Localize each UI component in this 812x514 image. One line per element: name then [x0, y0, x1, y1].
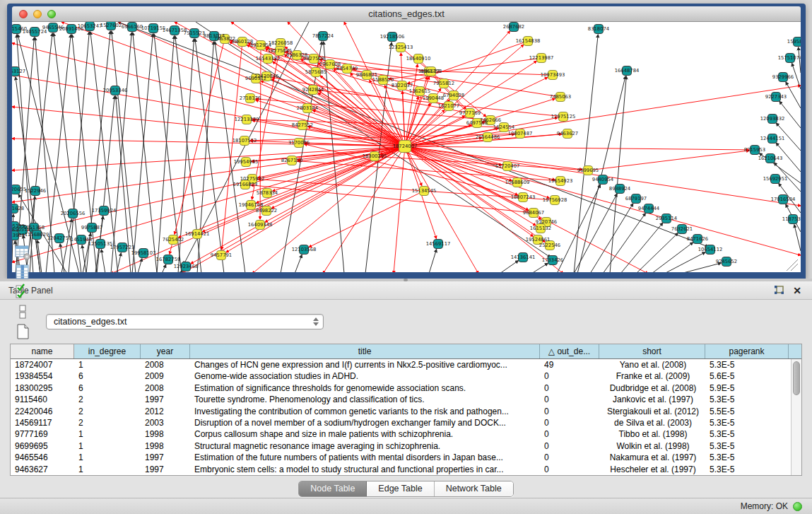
graph-node-label: 16543382 — [256, 56, 281, 62]
table-cell: 9465546 — [11, 452, 74, 463]
column-header-title[interactable]: title — [190, 344, 540, 358]
table-cell: 5.3E-5 — [705, 464, 789, 475]
table-cell: 5.3E-5 — [705, 440, 789, 452]
close-panel-icon[interactable]: ✕ — [791, 284, 804, 297]
table-row[interactable]: 969969511998Structural magnetic resonanc… — [11, 440, 801, 452]
graph-node-label: 9463627 — [557, 131, 578, 136]
graph-node-label: 12103568 — [292, 247, 317, 252]
network-window-titlebar[interactable]: citations_edges.txt — [12, 6, 801, 22]
column-header-out_de[interactable]: △ out_de... — [540, 344, 599, 358]
table-cell: 2012 — [141, 406, 190, 417]
column-header-in_degree[interactable]: in_degree — [74, 344, 141, 358]
table-cell: 9115460 — [11, 394, 74, 405]
show-columns-icon[interactable] — [13, 262, 33, 282]
table-cell: 1 — [74, 464, 141, 475]
graph-node-label: 8267150 — [281, 158, 302, 163]
graph-node-label: 2053127 — [12, 69, 25, 74]
graph-node-label: 15720407 — [495, 163, 520, 169]
table-cell: 0 — [540, 382, 599, 394]
scrollbar-thumb[interactable] — [793, 361, 800, 395]
graph-node-label: 16154838 — [516, 38, 541, 44]
graph-node-label: 5878334 — [257, 190, 278, 196]
graph-node-label: 6794028 — [443, 93, 464, 98]
graph-node-label: 9846821 — [356, 72, 377, 78]
graph-node-label: 19166823 — [233, 182, 258, 187]
table-cell: 19384554 — [11, 370, 74, 382]
table-row[interactable]: 911546021997Tourette syndrome. Phenomeno… — [11, 394, 801, 405]
graph-node-label: 8498222 — [256, 208, 277, 214]
graph-node-label: 2803144 — [297, 105, 318, 111]
table-body: 1872400712008Changes of HCN gene express… — [11, 359, 801, 475]
table-selector-value: citations_edges.txt — [54, 317, 311, 327]
table-cell: 49 — [540, 359, 599, 370]
table-cell: Jankovic et al. (1997) — [599, 394, 705, 405]
minimize-window-button[interactable] — [33, 10, 42, 18]
table-cell: Nakamura et al. (1997) — [599, 452, 705, 463]
graph-node-label: 1187531 — [782, 216, 801, 222]
graph-node-label: 9227343 — [765, 94, 787, 100]
table-row[interactable]: 946362711997Embryonic stem cells: a mode… — [11, 464, 801, 475]
table-cell: Changes of HCN gene expression and I(f) … — [190, 359, 540, 370]
citation-network-graph[interactable]: 1872400712325413186409101696617832203713… — [12, 22, 801, 272]
tab-network-table[interactable]: Network Table — [435, 481, 513, 496]
graph-node-label: 10973493 — [541, 72, 565, 78]
zoom-window-button[interactable] — [47, 10, 56, 18]
graph-node-label: 8318074 — [588, 26, 609, 32]
table-row[interactable]: 977716911998Corpus callosum shape and si… — [11, 428, 801, 440]
graph-node-label: 18226058 — [269, 40, 293, 46]
select-all-columns-icon[interactable] — [13, 282, 33, 302]
graph-node-label: 12505135 — [88, 241, 113, 247]
float-panel-icon[interactable] — [772, 284, 785, 297]
memory-status-icon — [793, 502, 802, 511]
table-cell: 2008 — [141, 382, 190, 394]
tab-node-table[interactable]: Node Table — [299, 481, 367, 496]
table-row[interactable]: 1872400712008Changes of HCN gene express… — [11, 359, 801, 370]
graph-node-label: 18107552 — [233, 138, 257, 144]
table-cell: 5.3E-5 — [705, 452, 789, 463]
table-mode-icon[interactable] — [13, 243, 33, 262]
table-row[interactable]: 1456911722003Disruption of a novel membe… — [11, 417, 801, 428]
table-cell: Corpus callosum shape and size in male p… — [190, 428, 540, 440]
graph-node-label: 18807243 — [511, 194, 536, 200]
column-header-pagerank[interactable]: pagerank — [705, 344, 789, 358]
table-cell: 0 — [540, 428, 599, 440]
table-selector-dropdown[interactable]: citations_edges.txt — [46, 314, 324, 329]
graph-node-label: 14136141 — [511, 255, 536, 260]
status-bar: Memory: OK — [0, 498, 812, 514]
graph-node-label: 8215953 — [744, 147, 765, 153]
graph-node-label: 18275085 — [268, 48, 293, 54]
table-row[interactable]: 1830029562008Estimation of significance … — [11, 382, 801, 394]
unselect-all-columns-icon[interactable] — [13, 302, 33, 322]
table-cell: Genome-wide association studies in ADHD. — [190, 370, 540, 382]
window-title: citations_edges.txt — [12, 6, 801, 21]
graph-node-label: 1733426 — [542, 257, 563, 263]
network-canvas[interactable]: 1872400712325413186409101696617832203713… — [12, 22, 801, 272]
graph-node-label: 9440954 — [592, 177, 613, 182]
column-header-year[interactable]: year — [141, 344, 190, 358]
table-cell: 2 — [74, 417, 141, 428]
table-cell: 0 — [540, 394, 599, 405]
graph-node-label: 16648784 — [615, 68, 640, 74]
table-cell: 22420046 — [11, 406, 74, 417]
graph-node-label: 9245652 — [716, 259, 737, 264]
graph-node-label: 15751074 — [778, 55, 801, 61]
table-cell: 2008 — [141, 359, 190, 370]
table-row[interactable]: 1938455462009Genome-wide association stu… — [11, 370, 801, 382]
table-scrollbar[interactable] — [791, 359, 801, 475]
table-cell: 5.3E-5 — [705, 417, 789, 428]
close-window-button[interactable] — [19, 10, 28, 18]
table-row[interactable]: 946554611997Estimation of the future num… — [11, 452, 801, 463]
graph-node-label: 19654923 — [548, 178, 573, 184]
column-header-name[interactable]: name — [11, 344, 74, 358]
tab-edge-table[interactable]: Edge Table — [367, 481, 434, 496]
table-cell: 1 — [74, 440, 141, 452]
column-header-short[interactable]: short — [599, 344, 705, 358]
graph-node-label: 2967608 — [319, 62, 341, 67]
graph-node-label: 8912954 — [250, 42, 271, 48]
graph-node-label: 9699695 — [577, 168, 599, 173]
table-panel-titlebar: Table Panel ✕ — [0, 281, 812, 300]
graph-node-label: 1621077 — [438, 103, 459, 109]
new-column-icon[interactable] — [13, 322, 33, 341]
table-cell: Tibbo et al. (1998) — [599, 428, 705, 440]
table-row[interactable]: 2242004622012Investigating the contribut… — [11, 406, 801, 417]
